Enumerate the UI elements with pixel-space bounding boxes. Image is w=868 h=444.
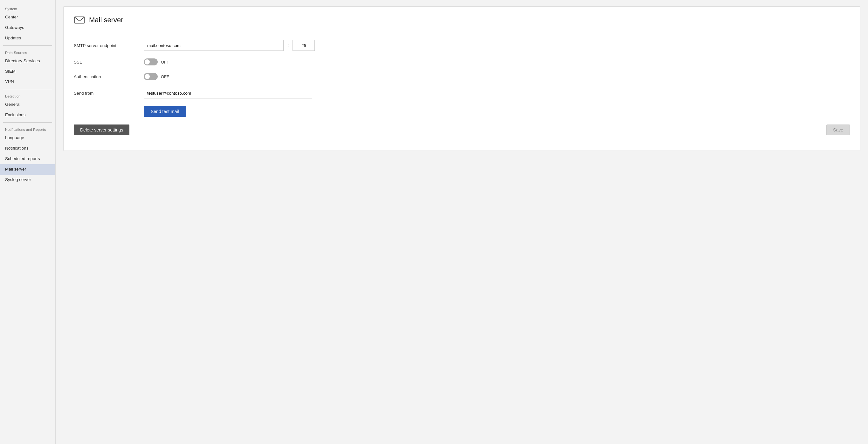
auth-toggle-track	[144, 73, 158, 80]
main-content: Mail server SMTP server endpoint : SSL	[56, 0, 868, 444]
ssl-controls: OFF	[144, 59, 850, 65]
page-header: Mail server	[74, 14, 850, 31]
sidebar: System Center Gateways Updates Data Sour…	[0, 0, 56, 444]
ssl-toggle-label: OFF	[161, 60, 169, 65]
save-button[interactable]: Save	[826, 125, 850, 135]
sidebar-divider-2	[3, 89, 52, 89]
auth-toggle-label: OFF	[161, 74, 169, 79]
sidebar-item-mail-server[interactable]: Mail server	[0, 164, 55, 175]
ssl-label: SSL	[74, 60, 144, 65]
smtp-row: SMTP server endpoint :	[74, 40, 850, 51]
sidebar-item-siem[interactable]: SIEM	[0, 66, 55, 77]
sidebar-item-vpn[interactable]: VPN	[0, 76, 55, 87]
send-test-controls: Send test mail	[144, 106, 850, 117]
ssl-toggle[interactable]	[144, 59, 158, 65]
auth-controls: OFF	[144, 73, 850, 80]
port-input[interactable]	[292, 40, 315, 51]
mail-icon	[74, 14, 85, 26]
sidebar-divider-1	[3, 45, 52, 46]
send-test-button[interactable]: Send test mail	[144, 106, 186, 117]
ssl-toggle-container: OFF	[144, 59, 169, 65]
sidebar-item-directory-services[interactable]: Directory Services	[0, 56, 55, 66]
ssl-row: SSL OFF	[74, 59, 850, 65]
colon-separator: :	[287, 42, 289, 48]
send-from-label: Send from	[74, 91, 144, 96]
sidebar-item-gateways[interactable]: Gateways	[0, 23, 55, 33]
auth-row: Authentication OFF	[74, 73, 850, 80]
send-from-input[interactable]	[144, 88, 312, 98]
smtp-input[interactable]	[144, 40, 284, 51]
ssl-toggle-thumb	[145, 59, 150, 65]
form-body: SMTP server endpoint : SSL	[74, 37, 850, 140]
sidebar-item-syslog-server[interactable]: Syslog server	[0, 175, 55, 185]
delete-server-settings-button[interactable]: Delete server settings	[74, 125, 129, 135]
ssl-toggle-track	[144, 59, 158, 65]
sidebar-item-exclusions[interactable]: Exclusions	[0, 110, 55, 121]
page-title: Mail server	[89, 16, 123, 24]
auth-label: Authentication	[74, 74, 144, 79]
auth-toggle[interactable]	[144, 73, 158, 80]
mail-server-card: Mail server SMTP server endpoint : SSL	[63, 6, 860, 151]
sidebar-item-center[interactable]: Center	[0, 12, 55, 23]
send-from-row: Send from	[74, 88, 850, 98]
form-actions: Delete server settings Save	[74, 125, 850, 135]
sidebar-item-language[interactable]: Language	[0, 133, 55, 143]
sidebar-item-updates[interactable]: Updates	[0, 33, 55, 43]
sidebar-item-scheduled-reports[interactable]: Scheduled reports	[0, 154, 55, 164]
smtp-controls: :	[144, 40, 850, 51]
svg-rect-0	[75, 17, 84, 23]
system-section-label: System	[0, 4, 55, 12]
sidebar-item-notifications[interactable]: Notifications	[0, 143, 55, 154]
data-sources-section-label: Data Sources	[0, 48, 55, 56]
send-from-controls	[144, 88, 850, 98]
sidebar-item-general[interactable]: General	[0, 99, 55, 110]
auth-toggle-thumb	[145, 74, 150, 79]
smtp-label: SMTP server endpoint	[74, 43, 144, 48]
sidebar-divider-3	[3, 122, 52, 123]
notifications-reports-section-label: Notifications and Reports	[0, 125, 55, 133]
detection-section-label: Detection	[0, 91, 55, 99]
auth-toggle-container: OFF	[144, 73, 169, 80]
send-test-row: Send test mail	[74, 106, 850, 117]
